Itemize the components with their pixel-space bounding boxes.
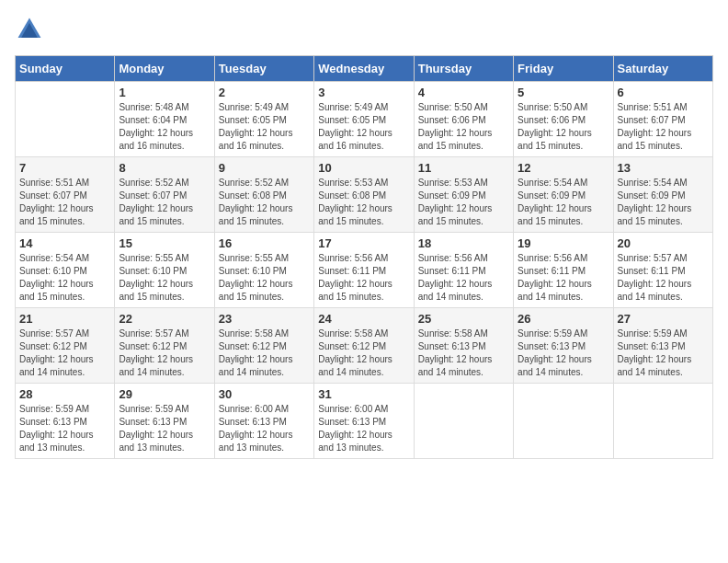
day-of-week-header: Saturday <box>613 56 712 82</box>
calendar-day-cell <box>414 384 513 459</box>
day-number: 2 <box>219 86 310 99</box>
day-info: Sunrise: 5:49 AM Sunset: 6:05 PM Dayligh… <box>219 101 310 153</box>
day-info: Sunrise: 6:00 AM Sunset: 6:13 PM Dayligh… <box>318 403 409 454</box>
day-info: Sunrise: 5:52 AM Sunset: 6:08 PM Dayligh… <box>219 177 310 228</box>
day-info: Sunrise: 5:50 AM Sunset: 6:06 PM Dayligh… <box>418 101 509 153</box>
day-number: 12 <box>518 161 609 175</box>
logo-icon <box>15 15 44 44</box>
calendar-day-cell: 11Sunrise: 5:53 AM Sunset: 6:09 PM Dayli… <box>414 157 513 233</box>
calendar-day-cell <box>613 384 712 459</box>
day-number: 21 <box>19 312 110 326</box>
day-info: Sunrise: 5:50 AM Sunset: 6:06 PM Dayligh… <box>518 101 609 153</box>
day-number: 15 <box>119 236 210 250</box>
calendar-day-cell: 5Sunrise: 5:50 AM Sunset: 6:06 PM Daylig… <box>514 82 613 157</box>
day-info: Sunrise: 5:57 AM Sunset: 6:12 PM Dayligh… <box>119 327 210 379</box>
calendar-header-row: SundayMondayTuesdayWednesdayThursdayFrid… <box>16 56 713 82</box>
day-info: Sunrise: 6:00 AM Sunset: 6:13 PM Dayligh… <box>219 403 310 454</box>
day-of-week-header: Wednesday <box>314 56 414 82</box>
day-number: 7 <box>19 161 110 175</box>
calendar-day-cell: 14Sunrise: 5:54 AM Sunset: 6:10 PM Dayli… <box>16 233 115 308</box>
day-info: Sunrise: 5:48 AM Sunset: 6:04 PM Dayligh… <box>119 101 210 153</box>
day-of-week-header: Friday <box>514 56 613 82</box>
day-info: Sunrise: 5:59 AM Sunset: 6:13 PM Dayligh… <box>119 403 210 454</box>
calendar-day-cell: 8Sunrise: 5:52 AM Sunset: 6:07 PM Daylig… <box>115 157 214 233</box>
day-of-week-header: Tuesday <box>214 56 313 82</box>
day-number: 14 <box>19 236 110 250</box>
calendar-day-cell: 28Sunrise: 5:59 AM Sunset: 6:13 PM Dayli… <box>16 384 115 459</box>
day-info: Sunrise: 5:56 AM Sunset: 6:11 PM Dayligh… <box>518 252 609 304</box>
day-number: 17 <box>318 236 409 250</box>
calendar-week-row: 7Sunrise: 5:51 AM Sunset: 6:07 PM Daylig… <box>16 157 713 233</box>
calendar-day-cell: 19Sunrise: 5:56 AM Sunset: 6:11 PM Dayli… <box>514 233 613 308</box>
calendar-day-cell: 4Sunrise: 5:50 AM Sunset: 6:06 PM Daylig… <box>414 82 513 157</box>
calendar-week-row: 1Sunrise: 5:48 AM Sunset: 6:04 PM Daylig… <box>16 82 713 157</box>
day-number: 20 <box>618 236 709 250</box>
day-info: Sunrise: 5:58 AM Sunset: 6:12 PM Dayligh… <box>219 327 310 379</box>
day-number: 27 <box>618 312 709 326</box>
calendar-day-cell: 12Sunrise: 5:54 AM Sunset: 6:09 PM Dayli… <box>514 157 613 233</box>
day-number: 8 <box>119 161 210 175</box>
calendar-day-cell: 22Sunrise: 5:57 AM Sunset: 6:12 PM Dayli… <box>115 308 214 384</box>
calendar-day-cell: 21Sunrise: 5:57 AM Sunset: 6:12 PM Dayli… <box>16 308 115 384</box>
calendar-day-cell <box>16 82 115 157</box>
calendar-table: SundayMondayTuesdayWednesdayThursdayFrid… <box>15 55 713 459</box>
calendar-day-cell: 31Sunrise: 6:00 AM Sunset: 6:13 PM Dayli… <box>314 384 414 459</box>
day-number: 31 <box>318 387 409 401</box>
day-info: Sunrise: 5:49 AM Sunset: 6:05 PM Dayligh… <box>318 101 409 153</box>
day-info: Sunrise: 5:55 AM Sunset: 6:10 PM Dayligh… <box>119 252 210 304</box>
calendar-day-cell: 25Sunrise: 5:58 AM Sunset: 6:13 PM Dayli… <box>414 308 513 384</box>
day-info: Sunrise: 5:58 AM Sunset: 6:12 PM Dayligh… <box>318 327 409 379</box>
day-of-week-header: Sunday <box>16 56 115 82</box>
calendar-day-cell: 20Sunrise: 5:57 AM Sunset: 6:11 PM Dayli… <box>613 233 712 308</box>
day-number: 18 <box>418 236 509 250</box>
day-number: 1 <box>119 86 210 99</box>
day-number: 4 <box>418 86 509 99</box>
day-info: Sunrise: 5:59 AM Sunset: 6:13 PM Dayligh… <box>19 403 110 454</box>
calendar-day-cell: 2Sunrise: 5:49 AM Sunset: 6:05 PM Daylig… <box>214 82 313 157</box>
day-of-week-header: Monday <box>115 56 214 82</box>
page-header <box>15 15 713 44</box>
day-number: 6 <box>618 86 709 99</box>
calendar-day-cell: 10Sunrise: 5:53 AM Sunset: 6:08 PM Dayli… <box>314 157 414 233</box>
calendar-day-cell: 29Sunrise: 5:59 AM Sunset: 6:13 PM Dayli… <box>115 384 214 459</box>
day-info: Sunrise: 5:51 AM Sunset: 6:07 PM Dayligh… <box>618 101 709 153</box>
calendar-day-cell: 17Sunrise: 5:56 AM Sunset: 6:11 PM Dayli… <box>314 233 414 308</box>
calendar-day-cell: 30Sunrise: 6:00 AM Sunset: 6:13 PM Dayli… <box>214 384 313 459</box>
calendar-day-cell: 26Sunrise: 5:59 AM Sunset: 6:13 PM Dayli… <box>514 308 613 384</box>
day-info: Sunrise: 5:59 AM Sunset: 6:13 PM Dayligh… <box>618 327 709 379</box>
day-of-week-header: Thursday <box>414 56 513 82</box>
calendar-day-cell: 16Sunrise: 5:55 AM Sunset: 6:10 PM Dayli… <box>214 233 313 308</box>
day-number: 9 <box>219 161 310 175</box>
day-number: 24 <box>318 312 409 326</box>
calendar-day-cell: 7Sunrise: 5:51 AM Sunset: 6:07 PM Daylig… <box>16 157 115 233</box>
day-info: Sunrise: 5:53 AM Sunset: 6:09 PM Dayligh… <box>418 177 509 228</box>
day-info: Sunrise: 5:51 AM Sunset: 6:07 PM Dayligh… <box>19 177 110 228</box>
day-info: Sunrise: 5:58 AM Sunset: 6:13 PM Dayligh… <box>418 327 509 379</box>
calendar-day-cell: 6Sunrise: 5:51 AM Sunset: 6:07 PM Daylig… <box>613 82 712 157</box>
day-info: Sunrise: 5:54 AM Sunset: 6:09 PM Dayligh… <box>518 177 609 228</box>
calendar-day-cell: 1Sunrise: 5:48 AM Sunset: 6:04 PM Daylig… <box>115 82 214 157</box>
day-info: Sunrise: 5:56 AM Sunset: 6:11 PM Dayligh… <box>418 252 509 304</box>
day-number: 5 <box>518 86 609 99</box>
calendar-day-cell: 24Sunrise: 5:58 AM Sunset: 6:12 PM Dayli… <box>314 308 414 384</box>
calendar-day-cell: 27Sunrise: 5:59 AM Sunset: 6:13 PM Dayli… <box>613 308 712 384</box>
calendar-day-cell: 3Sunrise: 5:49 AM Sunset: 6:05 PM Daylig… <box>314 82 414 157</box>
calendar-week-row: 14Sunrise: 5:54 AM Sunset: 6:10 PM Dayli… <box>16 233 713 308</box>
day-number: 19 <box>518 236 609 250</box>
day-info: Sunrise: 5:57 AM Sunset: 6:11 PM Dayligh… <box>618 252 709 304</box>
day-number: 25 <box>418 312 509 326</box>
calendar-day-cell: 18Sunrise: 5:56 AM Sunset: 6:11 PM Dayli… <box>414 233 513 308</box>
day-number: 28 <box>19 387 110 401</box>
day-number: 10 <box>318 161 409 175</box>
day-number: 30 <box>219 387 310 401</box>
calendar-day-cell <box>514 384 613 459</box>
day-info: Sunrise: 5:54 AM Sunset: 6:10 PM Dayligh… <box>19 252 110 304</box>
calendar-week-row: 21Sunrise: 5:57 AM Sunset: 6:12 PM Dayli… <box>16 308 713 384</box>
calendar-day-cell: 23Sunrise: 5:58 AM Sunset: 6:12 PM Dayli… <box>214 308 313 384</box>
day-number: 13 <box>618 161 709 175</box>
calendar-day-cell: 15Sunrise: 5:55 AM Sunset: 6:10 PM Dayli… <box>115 233 214 308</box>
day-number: 23 <box>219 312 310 326</box>
day-info: Sunrise: 5:55 AM Sunset: 6:10 PM Dayligh… <box>219 252 310 304</box>
calendar-week-row: 28Sunrise: 5:59 AM Sunset: 6:13 PM Dayli… <box>16 384 713 459</box>
day-number: 26 <box>518 312 609 326</box>
